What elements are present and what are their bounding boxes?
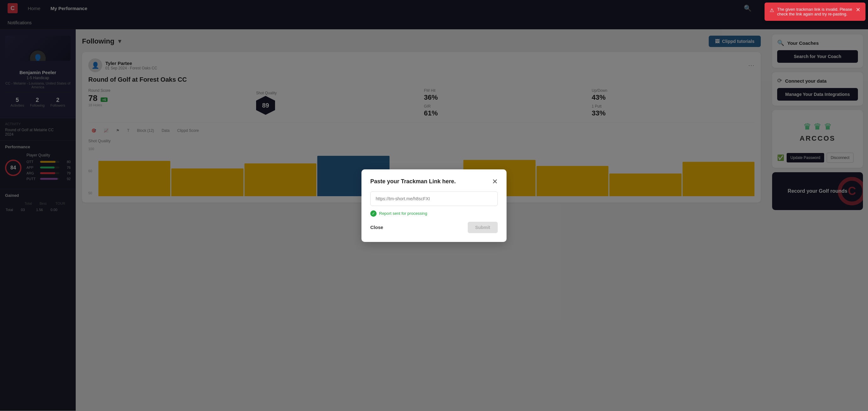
modal-close-x-button[interactable]: ✕ bbox=[492, 178, 498, 185]
modal-footer: Close Submit bbox=[370, 222, 498, 233]
error-close-button[interactable]: ✕ bbox=[856, 7, 861, 12]
error-message: The given trackman link is invalid. Plea… bbox=[777, 7, 852, 17]
modal-success-message: ✓ Report sent for processing bbox=[370, 211, 498, 217]
success-icon: ✓ bbox=[370, 211, 377, 217]
error-banner: ⚠ The given trackman link is invalid. Pl… bbox=[765, 2, 866, 21]
success-text: Report sent for processing bbox=[379, 211, 427, 216]
modal-submit-button[interactable]: Submit bbox=[468, 222, 498, 233]
trackman-link-input[interactable] bbox=[370, 191, 498, 206]
warning-icon: ⚠ bbox=[770, 7, 774, 13]
modal-close-button[interactable]: Close bbox=[370, 225, 383, 230]
modal-header: Paste your Trackman Link here. ✕ bbox=[370, 178, 498, 185]
trackman-modal: Paste your Trackman Link here. ✕ ✓ Repor… bbox=[362, 169, 506, 242]
modal-overlay[interactable]: Paste your Trackman Link here. ✕ ✓ Repor… bbox=[0, 0, 868, 411]
modal-title: Paste your Trackman Link here. bbox=[370, 178, 456, 185]
